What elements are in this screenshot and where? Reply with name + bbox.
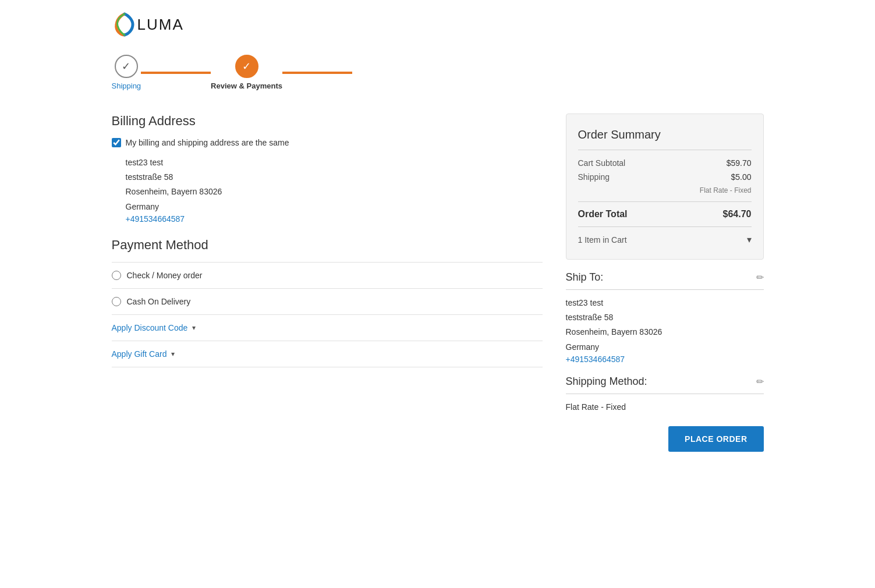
shipping-method-title: Shipping Method: (566, 376, 647, 388)
apply-discount-row[interactable]: Apply Discount Code ▾ (112, 315, 543, 341)
shipping-row: Shipping $5.00 (578, 172, 752, 182)
payment-method-title: Payment Method (112, 238, 543, 253)
discount-label: Apply Discount Code (112, 323, 188, 332)
giftcard-label: Apply Gift Card (112, 349, 167, 359)
step-label-shipping[interactable]: Shipping (112, 82, 141, 90)
billing-address-block: test23 test teststraße 58 Rosenheim, Bay… (112, 155, 543, 224)
same-address-label: My billing and shipping address are the … (126, 138, 289, 147)
header: LUMA (112, 12, 764, 37)
order-total-value: $64.70 (723, 209, 752, 219)
payment-radio-check[interactable] (112, 271, 121, 280)
check-icon-active: ✓ (242, 60, 251, 73)
billing-country: Germany (126, 200, 543, 214)
payment-label-check: Check / Money order (127, 271, 203, 280)
left-column: Billing Address My billing and shipping … (112, 114, 543, 452)
ship-to-header: Ship To: ✏ (566, 271, 764, 290)
main-content: Billing Address My billing and shipping … (112, 114, 764, 452)
luma-logo-icon (112, 12, 137, 37)
order-summary-box: Order Summary Cart Subtotal $59.70 Shipp… (566, 114, 764, 260)
step-review: ✓ Review & Payments (211, 55, 282, 90)
apply-giftcard-row[interactable]: Apply Gift Card ▾ (112, 341, 543, 367)
step-label-review: Review & Payments (211, 82, 282, 90)
cart-subtotal-value: $59.70 (727, 158, 752, 168)
order-summary-title: Order Summary (578, 128, 752, 150)
step-line-1 (141, 72, 211, 74)
ship-to-title: Ship To: (566, 271, 604, 284)
billing-address-title: Billing Address (112, 114, 543, 129)
billing-city: Rosenheim, Bayern 83026 (126, 185, 543, 199)
items-in-cart-label: 1 Item in Cart (578, 235, 627, 245)
payment-method-section: Payment Method Check / Money order Cash … (112, 238, 543, 367)
same-address-checkbox[interactable] (112, 138, 121, 147)
progress-bar: ✓ Shipping ✓ Review & Payments (112, 55, 764, 90)
check-icon: ✓ (122, 60, 130, 73)
place-order-button[interactable]: Place Order (668, 426, 763, 452)
payment-label-cod: Cash On Delivery (127, 297, 191, 306)
ship-to-phone[interactable]: +491534664587 (566, 355, 625, 364)
discount-chevron-icon: ▾ (192, 324, 196, 332)
cart-chevron-icon: ▾ (747, 234, 752, 245)
ship-to-edit-icon[interactable]: ✏ (756, 272, 764, 283)
ship-to-street: teststraße 58 (566, 310, 764, 325)
order-total-row: Order Total $64.70 (578, 201, 752, 219)
billing-street: teststraße 58 (126, 170, 543, 185)
payment-option-cod: Cash On Delivery (112, 289, 543, 315)
step-shipping: ✓ Shipping (112, 55, 141, 90)
right-column: Order Summary Cart Subtotal $59.70 Shipp… (566, 114, 764, 452)
cart-subtotal-label: Cart Subtotal (578, 158, 626, 168)
logo-text: LUMA (137, 16, 184, 34)
ship-to-city: Rosenheim, Bayern 83026 (566, 325, 764, 339)
billing-name: test23 test (126, 155, 543, 170)
shipping-method-edit-icon[interactable]: ✏ (756, 376, 764, 387)
shipping-method-header: Shipping Method: ✏ (566, 376, 764, 394)
shipping-value: $5.00 (731, 172, 751, 182)
ship-to-name: test23 test (566, 296, 764, 310)
ship-to-country: Germany (566, 340, 764, 355)
shipping-label: Shipping (578, 172, 610, 182)
payment-radio-cod[interactable] (112, 297, 121, 306)
shipping-method-sub: Flat Rate - Fixed (578, 186, 752, 194)
billing-phone[interactable]: +491534664587 (126, 214, 185, 224)
giftcard-chevron-icon: ▾ (171, 350, 175, 358)
same-address-row: My billing and shipping address are the … (112, 138, 543, 147)
shipping-method-box: Shipping Method: ✏ Flat Rate - Fixed (566, 376, 764, 415)
cart-toggle-row[interactable]: 1 Item in Cart ▾ (578, 226, 752, 245)
step-line-2 (282, 72, 352, 74)
payment-option-check: Check / Money order (112, 262, 543, 289)
ship-to-box: Ship To: ✏ test23 test teststraße 58 Ros… (566, 271, 764, 364)
billing-address-section: Billing Address My billing and shipping … (112, 114, 543, 224)
order-total-label: Order Total (578, 209, 628, 219)
step-circle-review: ✓ (235, 55, 258, 78)
cart-subtotal-row: Cart Subtotal $59.70 (578, 158, 752, 168)
step-circle-shipping: ✓ (115, 55, 138, 78)
shipping-method-value: Flat Rate - Fixed (566, 400, 764, 415)
